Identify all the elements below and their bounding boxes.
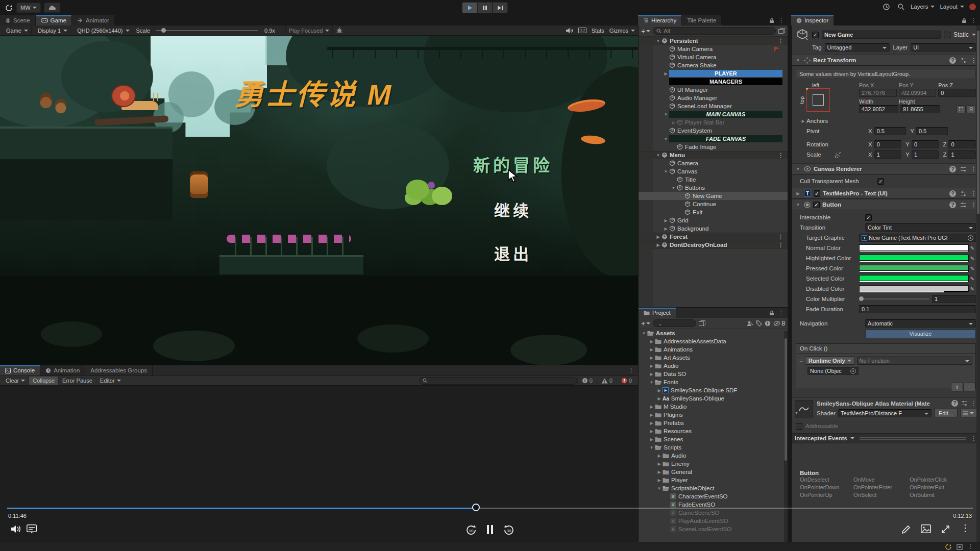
scrollbar-thumb[interactable]	[977, 31, 979, 214]
hierarchy-row[interactable]: ▼Buttons	[639, 184, 788, 192]
tab-animator[interactable]: Animator	[72, 15, 115, 26]
visualize-button[interactable]: Visualize	[865, 330, 976, 338]
project-row[interactable]: #SceneLoadEventSO	[639, 525, 788, 533]
multiplier-field[interactable]: 1	[932, 295, 976, 303]
resolution-dropdown[interactable]: QHD (2560x1440)	[74, 26, 133, 36]
foldout-arrow-icon[interactable]: ▼	[648, 445, 655, 450]
project-row[interactable]: ▶Art Assets	[639, 354, 788, 362]
error-count-badge[interactable]: 0	[617, 377, 636, 385]
hierarchy-row[interactable]: MANAGERS	[639, 78, 788, 86]
error-pause-toggle[interactable]: Error Pause	[59, 377, 96, 385]
presets-icon[interactable]	[960, 202, 967, 208]
hierarchy-row[interactable]: SceneLoad Manager	[639, 102, 788, 110]
project-row[interactable]: ▶Data SO	[639, 370, 788, 378]
project-row[interactable]: ▶Animations	[639, 345, 788, 354]
add-button[interactable]: +	[641, 320, 650, 327]
console-search-input[interactable]	[429, 378, 573, 384]
event-function-dropdown[interactable]: No Function	[857, 357, 972, 365]
tag-dropdown[interactable]: Untagged	[825, 43, 890, 52]
foldout-arrow-icon[interactable]: ▶	[800, 119, 806, 123]
pos-y-field[interactable]: -92.09994	[899, 89, 937, 97]
pos-x-field[interactable]: 276.7076	[859, 89, 897, 97]
project-row[interactable]: ▶Prefabs	[639, 419, 788, 427]
foldout-arrow-icon[interactable]: ▼	[655, 39, 662, 43]
inspector-scrollbar[interactable]	[976, 26, 980, 551]
tab-console[interactable]: Console	[0, 365, 40, 375]
gizmos-dropdown[interactable]: Gizmos	[609, 28, 635, 34]
pivot-y-field[interactable]: 0.5	[916, 127, 948, 135]
project-row[interactable]: ▼Scripts	[639, 443, 788, 452]
blueprint-mode-button[interactable]	[957, 105, 966, 113]
event-object-field[interactable]: None (Objec	[807, 367, 859, 375]
foldout-arrow-icon[interactable]: ▶	[656, 478, 663, 483]
kebab-menu-icon[interactable]: ⋮	[778, 310, 785, 316]
tab-animation[interactable]: Animation	[40, 365, 85, 375]
color-swatch[interactable]	[859, 244, 969, 252]
scale-slider[interactable]	[156, 30, 258, 31]
foldout-arrow-icon[interactable]: ▶	[648, 339, 655, 344]
color-swatch[interactable]	[859, 265, 969, 272]
eyedropper-icon[interactable]: ✎	[969, 286, 976, 292]
lock-icon[interactable]	[769, 310, 774, 316]
hierarchy-row[interactable]: Virtual Camera	[639, 53, 788, 61]
hierarchy-row[interactable]: Title	[639, 176, 788, 184]
hierarchy-row[interactable]: ▼FADE CANVAS	[639, 135, 788, 143]
hierarchy-row[interactable]: Camera Shake	[639, 61, 788, 69]
color-swatch[interactable]	[859, 275, 969, 282]
lock-icon[interactable]	[962, 18, 967, 23]
kebab-menu-icon[interactable]: ⋮	[971, 17, 977, 24]
step-button[interactable]	[493, 2, 508, 13]
foldout-arrow-icon[interactable]: ▶	[648, 372, 655, 377]
foldout-arrow-icon[interactable]: ▶	[670, 120, 677, 125]
hierarchy-banner-player[interactable]: PLAYER	[669, 70, 782, 77]
project-row[interactable]: ▶Player	[639, 476, 788, 484]
layout-dropdown[interactable]: Layout	[940, 4, 964, 10]
record-indicator-icon[interactable]	[969, 4, 976, 10]
project-row[interactable]: ▶FSmileySans-Oblique SDF	[639, 386, 788, 394]
kebab-menu-icon[interactable]: ⋮	[778, 242, 788, 248]
project-row[interactable]: #GameSceneSO	[639, 509, 788, 517]
hierarchy-row[interactable]: EventSystem	[639, 127, 788, 135]
eyedropper-icon[interactable]: ✎	[969, 256, 976, 261]
gameobject-name-field[interactable]: New Game	[822, 31, 941, 39]
shader-edit-button[interactable]: Edit...	[934, 409, 958, 417]
kebab-menu-icon[interactable]: ⋮	[628, 367, 638, 374]
hierarchy-row[interactable]: ▶Forest⋮	[639, 233, 788, 241]
hierarchy-row[interactable]: Camera	[639, 159, 788, 167]
hierarchy-banner-main-canvas[interactable]: MAIN CANVAS	[669, 111, 782, 118]
foldout-arrow-icon[interactable]: ▶	[648, 437, 655, 442]
cull-checkbox[interactable]: ✓	[877, 178, 884, 185]
hierarchy-row[interactable]: Fade Image	[639, 143, 788, 151]
hierarchy-row[interactable]: Audio Manager	[639, 94, 788, 102]
expand-window-icon[interactable]	[699, 320, 705, 326]
pos-z-field[interactable]: 0	[938, 89, 976, 97]
hierarchy-row[interactable]: ▼Persistent⋮	[639, 37, 788, 45]
pause-button[interactable]	[477, 2, 493, 13]
hierarchy-row[interactable]: ▼MAIN CANVAS	[639, 110, 788, 118]
kebab-menu-icon[interactable]: ⋮	[778, 152, 788, 159]
active-checkbox[interactable]: ✓	[812, 32, 819, 38]
project-row[interactable]: #CharacterEventSO	[639, 492, 788, 500]
kebab-menu-icon[interactable]: ⋮	[778, 234, 788, 240]
help-icon[interactable]: ?	[949, 57, 956, 64]
help-icon[interactable]: ?	[951, 400, 958, 407]
static-checkbox[interactable]	[944, 32, 950, 38]
project-row[interactable]: ▶AaSmileySans-Oblique	[639, 394, 788, 403]
foldout-arrow-icon[interactable]: ▼	[663, 112, 669, 117]
presets-icon[interactable]	[961, 400, 968, 406]
chevron-down-icon[interactable]	[972, 34, 976, 36]
project-row[interactable]: ▶General	[639, 468, 788, 476]
target-graphic-field[interactable]: TNew Game (Text Mesh Pro UGI	[859, 234, 976, 242]
editor-dropdown[interactable]: Editor	[96, 377, 125, 385]
foldout-arrow-icon[interactable]: ▶	[663, 227, 669, 231]
foldout-arrow-icon[interactable]: ▶	[648, 405, 655, 409]
event-mode-dropdown[interactable]: Runtime Only	[805, 356, 855, 365]
button-enabled-checkbox[interactable]: ✓	[813, 202, 820, 208]
expand-window-icon[interactable]	[778, 28, 785, 34]
scale-y-field[interactable]: 1	[912, 151, 939, 159]
search-by-importance-icon[interactable]	[765, 320, 771, 327]
foldout-arrow-icon[interactable]: ▼	[795, 167, 801, 171]
canvas-renderer-header[interactable]: ▼ Canvas Renderer ?⋮	[792, 163, 980, 174]
project-row[interactable]: ▶Resources	[639, 427, 788, 435]
project-row[interactable]: ▶Audio	[639, 452, 788, 460]
